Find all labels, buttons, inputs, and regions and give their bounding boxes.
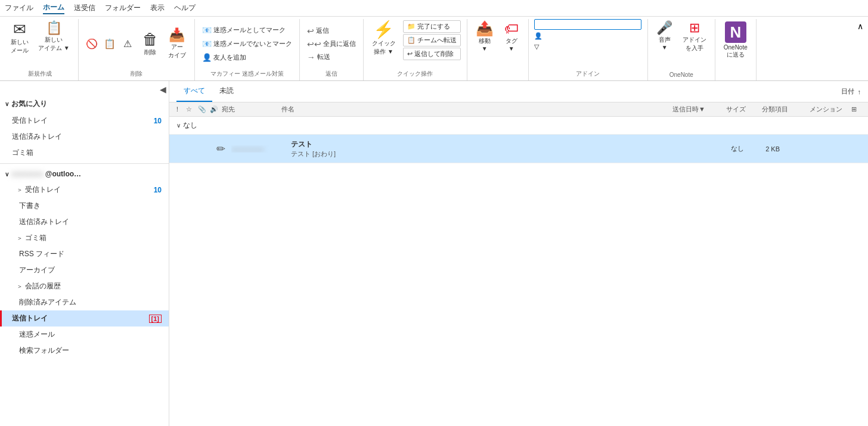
search-folder-label: 検索フォルダー bbox=[19, 346, 69, 356]
menu-folder[interactable]: フォルダー bbox=[105, 3, 141, 13]
email-list: ∨ なし ✏ xxxxxxxxxx テスト テスト [おわり] なし 2 KB bbox=[169, 117, 868, 426]
sidebar-item-archive[interactable]: アーカイブ bbox=[0, 262, 169, 278]
new-email-button[interactable]: ✉ 新しい メール bbox=[7, 19, 32, 57]
col-extra-header: ⊞ bbox=[851, 105, 863, 113]
col-mention-header[interactable]: メンション bbox=[810, 105, 851, 114]
move-button[interactable]: 📤 移動 ▼ bbox=[472, 19, 497, 54]
sidebar-item-search-folder[interactable]: 検索フォルダー bbox=[0, 343, 169, 359]
email-subject-preview: テスト [おわり] bbox=[291, 150, 690, 158]
get-addin-button[interactable]: ⊞ アドイン を入手 bbox=[679, 19, 710, 55]
new-email-icon: ✉ bbox=[13, 21, 26, 37]
new-item-button[interactable]: 📋 新しい アイテム ▼ bbox=[35, 19, 73, 55]
sort-direction-icon[interactable]: ↑ bbox=[858, 88, 861, 95]
sidebar-item-fav-sent[interactable]: 送信済みトレイ bbox=[0, 129, 169, 145]
clean-button[interactable]: 📋 bbox=[101, 37, 118, 51]
draft-label: 下書き bbox=[19, 201, 41, 211]
sidebar-item-spam[interactable]: 迷惑メール bbox=[0, 327, 169, 343]
delete-label: 削除 bbox=[144, 48, 156, 57]
quick-ops-label: クイック 操作 ▼ bbox=[372, 39, 396, 56]
col-clip-header[interactable]: 📎 bbox=[198, 105, 210, 113]
address-book-button[interactable]: 👤 bbox=[534, 32, 544, 41]
ribbon: ✉ 新しい メール 📋 新しい アイテム ▼ 新規作成 🚫 📋 bbox=[0, 17, 868, 81]
sort-label[interactable]: 日付 bbox=[841, 87, 854, 96]
mark-notspam-button[interactable]: 📧 迷惑メールでないとマーク bbox=[200, 38, 294, 49]
ribbon-group-quickops-label: クイック操作 bbox=[397, 70, 433, 78]
sidebar-item-conv[interactable]: ＞ 会話の履歴 bbox=[0, 278, 169, 294]
filter-icon: ▽ bbox=[534, 43, 539, 51]
menu-file[interactable]: ファイル bbox=[5, 3, 33, 13]
ribbon-collapse-button[interactable]: ∧ bbox=[857, 21, 863, 31]
quick-ops-button[interactable]: ⚡ クイック 操作 ▼ bbox=[368, 19, 399, 58]
menu-sendrecv[interactable]: 送受信 bbox=[74, 3, 95, 13]
sidebar-collapse-button[interactable]: ◀ bbox=[160, 85, 166, 94]
archive-button[interactable]: 📥 アー カイブ bbox=[165, 26, 190, 62]
group-chevron-icon[interactable]: ∨ bbox=[176, 122, 181, 129]
account-section-header[interactable]: ∨ xxxxxxxx @outloo… bbox=[0, 166, 169, 182]
clean-icon: 📋 bbox=[104, 38, 116, 49]
reply-all-label: 全員に返信 bbox=[323, 39, 356, 48]
onenote-button[interactable]: N OneNote に送る bbox=[720, 19, 751, 61]
tab-unread[interactable]: 未読 bbox=[212, 81, 241, 102]
sidebar-item-fav-trash[interactable]: ゴミ箱 bbox=[0, 145, 169, 161]
user-search-input[interactable] bbox=[534, 19, 641, 30]
mark-spam-icon: 📧 bbox=[202, 26, 212, 35]
content-area: すべて 未読 日付 ↑ ！ ☆ 📎 🔊 宛先 件名 送信日時▼ サイズ 分類項目… bbox=[169, 81, 868, 426]
col-category-header[interactable]: 分類項目 bbox=[762, 105, 810, 114]
forward-button[interactable]: → 転送 bbox=[305, 51, 333, 63]
inbox-label: 受信トレイ bbox=[25, 185, 61, 195]
sidebar-item-outbox[interactable]: 送信トレイ [1] bbox=[0, 310, 169, 327]
col-date-header[interactable]: 送信日時▼ bbox=[672, 105, 726, 114]
ignore-button[interactable]: 🚫 bbox=[83, 37, 100, 51]
sidebar-item-inbox[interactable]: ＞ 受信トレイ 10 bbox=[0, 182, 169, 198]
voice-button[interactable]: 🎤 音声 ▼ bbox=[653, 19, 677, 53]
mark-spam-button[interactable]: 📧 迷惑メールとしてマーク bbox=[200, 24, 288, 36]
email-size: 2 KB bbox=[744, 145, 780, 153]
col-to-header[interactable]: 宛先 bbox=[222, 105, 281, 114]
sidebar-item-draft[interactable]: 下書き bbox=[0, 198, 169, 214]
ribbon-group-addin-label: OneNote bbox=[669, 71, 693, 78]
archive-icon: 📥 bbox=[169, 29, 185, 42]
favorites-section-header[interactable]: ∨ お気に入り bbox=[0, 95, 169, 113]
reply-button[interactable]: ↩ 返信 bbox=[305, 25, 331, 37]
sidebar-item-fav-inbox[interactable]: 受信トレイ 10 bbox=[0, 113, 169, 129]
sidebar-item-rss[interactable]: RSS フィード bbox=[0, 246, 169, 262]
reply-all-button[interactable]: ↩↩ 全員に返信 bbox=[305, 38, 358, 50]
filter-tabs: すべて 未読 日付 ↑ bbox=[169, 81, 868, 102]
tag-button[interactable]: 🏷 タグ ▼ bbox=[500, 19, 523, 54]
ribbon-group-onenote: N OneNote に送る bbox=[715, 19, 757, 80]
col-size-header[interactable]: サイズ bbox=[726, 105, 762, 114]
trash-expand-icon: ＞ bbox=[17, 234, 23, 242]
quick-op-3[interactable]: ↩ 返信して削除 bbox=[403, 48, 461, 60]
add-friend-button[interactable]: 👤 友人を追加 bbox=[200, 52, 249, 63]
sidebar-item-trash[interactable]: ＞ ゴミ箱 bbox=[0, 230, 169, 246]
sidebar-divider-1 bbox=[0, 163, 169, 164]
outbox-count: [1] bbox=[149, 315, 162, 323]
menu-view[interactable]: 表示 bbox=[150, 3, 165, 13]
table-row[interactable]: ✏ xxxxxxxxxx テスト テスト [おわり] なし 2 KB bbox=[169, 135, 868, 163]
tag-label: タグ ▼ bbox=[506, 37, 517, 52]
outbox-label: 送信トレイ bbox=[12, 313, 48, 324]
col-star-header[interactable]: ☆ bbox=[186, 105, 198, 113]
col-flag-header[interactable]: ！ bbox=[174, 105, 186, 114]
sidebar: ◀ ∨ お気に入り 受信トレイ 10 送信済みトレイ ゴミ箱 ∨ xxxxxxx… bbox=[0, 81, 169, 426]
sidebar-item-sent[interactable]: 送信済みトレイ bbox=[0, 214, 169, 230]
tab-all[interactable]: すべて bbox=[176, 81, 212, 102]
email-date: なし bbox=[690, 144, 744, 153]
conv-expand-icon: ＞ bbox=[17, 282, 23, 291]
mark-notspam-icon: 📧 bbox=[202, 39, 212, 48]
quick-op-1[interactable]: 📁 完了にする bbox=[403, 20, 461, 33]
delete-button[interactable]: 🗑 削除 bbox=[138, 29, 162, 59]
menu-help[interactable]: ヘルプ bbox=[174, 3, 196, 13]
col-voice-header[interactable]: 🔊 bbox=[210, 105, 222, 113]
account-chevron-icon: ∨ bbox=[5, 171, 9, 178]
sent-label: 送信済みトレイ bbox=[19, 217, 69, 227]
sidebar-item-deleted[interactable]: 削除済みアイテム bbox=[0, 294, 169, 310]
report-icon: ⚠ bbox=[123, 38, 132, 49]
report-button[interactable]: ⚠ bbox=[119, 37, 136, 51]
move-icon: 📤 bbox=[476, 21, 494, 36]
quick-op-2[interactable]: 📋 チームへ転送 bbox=[403, 34, 461, 46]
group-header-none: ∨ なし bbox=[169, 117, 868, 135]
menu-home[interactable]: ホーム bbox=[43, 2, 64, 14]
col-subject-header[interactable]: 件名 bbox=[281, 105, 672, 114]
filter-button[interactable]: ▽ bbox=[534, 42, 541, 51]
